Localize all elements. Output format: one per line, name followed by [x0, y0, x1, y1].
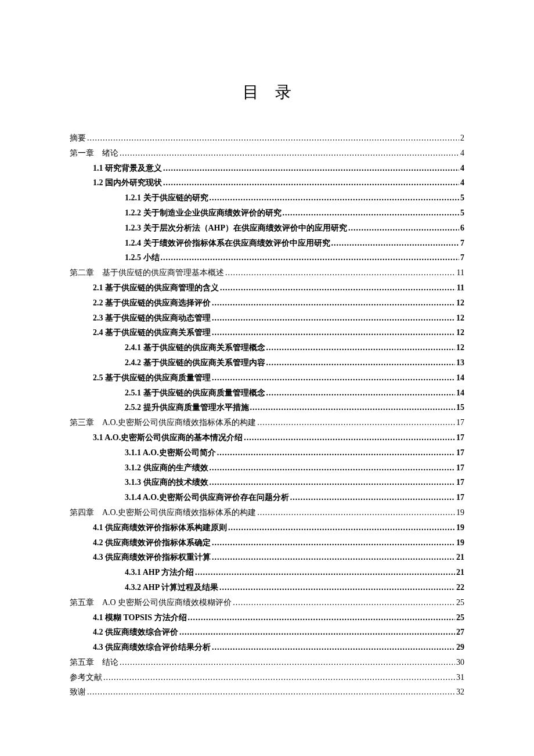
- toc-entry-label: 4.1 模糊 TOPSIS 方法介绍: [93, 611, 187, 625]
- toc-entry-page: 17: [456, 476, 464, 489]
- toc-entry-page: 12: [456, 296, 464, 310]
- toc-entry-label: 2.3 基于供应链的供应商动态管理: [93, 311, 211, 325]
- toc-entry-page: 2: [460, 131, 464, 145]
- toc-leader-dots: [217, 446, 455, 460]
- toc-entry-page: 4: [460, 146, 464, 160]
- toc-entry-page: 17: [456, 491, 464, 505]
- toc-leader-dots: [257, 506, 455, 520]
- toc-entry: 4.1 供应商绩效评价指标体系构建原则19: [70, 521, 464, 535]
- toc-entry: 1.2.4 关于绩效评价指标体系在供应商绩效评价中应用研究7: [70, 236, 464, 250]
- toc-leader-dots: [348, 221, 459, 235]
- toc-entry-label: 第二章: [70, 266, 94, 280]
- toc-leader-dots: [266, 386, 456, 400]
- toc-entry-page: 4: [460, 176, 464, 190]
- toc-entry: 2.2 基于供应链的供应商选择评价12: [70, 296, 464, 310]
- toc-leader-dots: [225, 266, 456, 280]
- toc-entry-suffix: 结论: [102, 656, 118, 669]
- toc-entry-page: 13: [456, 356, 464, 370]
- toc-leader-dots: [163, 161, 459, 175]
- toc-leader-dots: [179, 625, 455, 639]
- toc-entry-page: 15: [456, 401, 464, 415]
- toc-entry-page: 27: [456, 625, 464, 639]
- toc-entry-page: 17: [456, 446, 464, 460]
- toc-entry: 参考文献31: [70, 671, 464, 685]
- toc-entry-page: 29: [456, 640, 464, 654]
- toc-leader-dots: [195, 566, 455, 579]
- toc-entry-label: 4.3.1 AHP 方法介绍: [125, 566, 194, 579]
- toc-leader-dots: [266, 341, 456, 355]
- toc-entry-label: 4.2 供应商绩效评价指标体系确定: [93, 536, 211, 550]
- toc-entry-page: 32: [456, 685, 464, 699]
- toc-entry-label: 1.2.3 关于层次分析法（AHP）在供应商绩效评价中的应用研究: [125, 221, 347, 235]
- toc-entry-page: 11: [457, 281, 464, 295]
- toc-leader-dots: [233, 596, 455, 610]
- toc-entry-label: 1.1 研究背景及意义: [93, 161, 162, 175]
- toc-entry-label: 3.1.4 A.O.史密斯公司供应商评价存在问题分析: [125, 491, 289, 505]
- toc-leader-dots: [161, 251, 460, 265]
- toc-entry-page: 19: [456, 506, 464, 520]
- toc-entry: 2.3 基于供应链的供应商动态管理12: [70, 311, 464, 325]
- toc-entry-label: 4.3 供应商绩效综合评价结果分析: [93, 640, 211, 654]
- toc-leader-dots: [266, 356, 456, 370]
- toc-entry: 1.2 国内外研究现状4: [70, 176, 464, 190]
- toc-leader-dots: [87, 685, 455, 699]
- toc-leader-dots: [219, 581, 455, 595]
- toc-leader-dots: [228, 521, 455, 535]
- toc-leader-dots: [283, 206, 460, 220]
- toc-entry: 第四章A.O.史密斯公司供应商绩效指标体系的构建19: [70, 506, 464, 520]
- toc-entry-label: 4.2 供应商绩效综合评价: [93, 625, 178, 639]
- toc-leader-dots: [212, 326, 455, 340]
- toc-entry: 4.2 供应商绩效综合评价27: [70, 625, 464, 639]
- toc-entry-label: 2.5.1 基于供应链的供应商质量管理概念: [125, 386, 265, 400]
- toc-leader-dots: [212, 536, 455, 550]
- toc-leader-dots: [212, 640, 455, 654]
- toc-entry: 第二章基于供应链的供应商管理基本概述11: [70, 266, 464, 280]
- toc-entry-label: 2.4 基于供应链的供应商关系管理: [93, 326, 211, 340]
- toc-entry: 4.3 供应商绩效综合评价结果分析29: [70, 640, 464, 654]
- toc-leader-dots: [331, 236, 460, 250]
- toc-entry-label: 2.5.2 提升供应商质量管理水平措施: [125, 401, 249, 415]
- toc-entry: 2.5 基于供应链的供应商质量管理14: [70, 371, 464, 385]
- toc-entry-page: 14: [456, 386, 464, 400]
- toc-entry-label: 第三章: [70, 416, 94, 430]
- toc-entry-page: 19: [456, 521, 464, 535]
- toc-entry: 第五章结论30: [70, 656, 464, 669]
- toc-entry-label: 1.2 国内外研究现状: [93, 176, 162, 190]
- toc-entry-page: 7: [460, 251, 464, 265]
- toc-entry: 1.2.1 关于供应链的研究5: [70, 191, 464, 205]
- toc-leader-dots: [212, 371, 455, 385]
- toc-leader-dots: [210, 461, 456, 475]
- toc-entry-suffix: A.O 史密斯公司供应商绩效模糊评价: [102, 596, 232, 610]
- toc-entry: 第五章A.O 史密斯公司供应商绩效模糊评价25: [70, 596, 464, 610]
- toc-entry-label: 1.2.1 关于供应链的研究: [125, 191, 208, 205]
- toc-title: 目录: [70, 81, 464, 103]
- toc-entry: 1.2.3 关于层次分析法（AHP）在供应商绩效评价中的应用研究6: [70, 221, 464, 235]
- toc-entry-label: 2.4.2 基于供应链的供应商关系管理内容: [125, 356, 265, 370]
- toc-entry-page: 7: [460, 236, 464, 250]
- toc-entry: 2.5.2 提升供应商质量管理水平措施15: [70, 401, 464, 415]
- toc-entry-suffix: A.O.史密斯公司供应商绩效指标体系的构建: [102, 506, 256, 520]
- toc-entry: 1.1 研究背景及意义4: [70, 161, 464, 175]
- toc-entry-label: 4.3.2 AHP 计算过程及结果: [125, 581, 218, 595]
- toc-entry: 3.1.1 A.O.史密斯公司简介17: [70, 446, 464, 460]
- toc-leader-dots: [87, 131, 459, 145]
- toc-entry-suffix: 基于供应链的供应商管理基本概述: [102, 266, 224, 280]
- toc-entry-label: 2.1 基于供应链的供应商管理的含义: [93, 281, 219, 295]
- toc-entry-label: 2.4.1 基于供应链的供应商关系管理概念: [125, 341, 265, 355]
- toc-entry-label: 3.1.2 供应商的生产绩效: [125, 461, 208, 475]
- toc-leader-dots: [210, 191, 460, 205]
- toc-entry: 4.1 模糊 TOPSIS 方法介绍25: [70, 611, 464, 625]
- toc-entry-page: 12: [456, 311, 464, 325]
- toc-entry-label: 3.1.1 A.O.史密斯公司简介: [125, 446, 216, 460]
- toc-leader-dots: [244, 431, 455, 445]
- toc-leader-dots: [120, 146, 459, 160]
- toc-leader-dots: [120, 656, 455, 669]
- toc-entry-page: 17: [456, 416, 464, 430]
- toc-entry-label: 1.2.4 关于绩效评价指标体系在供应商绩效评价中应用研究: [125, 236, 330, 250]
- toc-entry: 2.5.1 基于供应链的供应商质量管理概念14: [70, 386, 464, 400]
- toc-entry-label: 4.3 供应商绩效评价指标权重计算: [93, 550, 211, 564]
- toc-leader-dots: [212, 550, 455, 564]
- toc-entry-page: 17: [456, 461, 464, 475]
- toc-entry-page: 12: [456, 326, 464, 340]
- toc-entry-suffix: A.O.史密斯公司供应商绩效指标体系的构建: [102, 416, 256, 430]
